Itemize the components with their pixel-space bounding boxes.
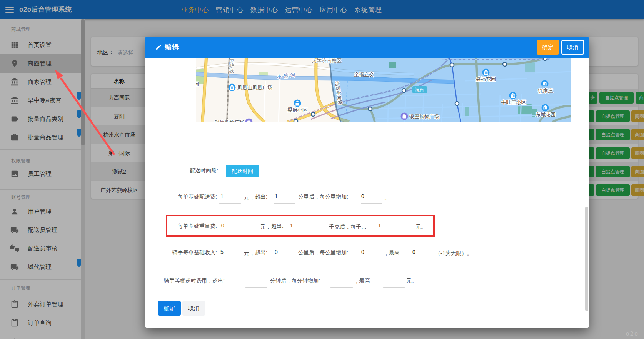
exceed-text: 超出:: [255, 248, 267, 257]
input-underline: [245, 287, 267, 288]
district-map[interactable]: 大学济南校区 小清河 京 沪 线 全福立交 北园高架路 祝甸 凤凰山凤凰广场: [196, 58, 571, 122]
per-minute-text: 分钟后，每分钟增加:: [270, 276, 320, 285]
unit-text: 元，: [244, 193, 255, 202]
map-label: 大学济南校区: [312, 58, 342, 63]
dialog-scrollbar-thumb[interactable]: [585, 207, 588, 311]
watermark: o2o: [626, 330, 639, 337]
per-km-text: 公里后，每公里增加:: [298, 248, 348, 257]
comma-text: ，: [384, 249, 389, 257]
map-rail-label: 京 沪 线: [229, 58, 235, 73]
unlimited-hint-text: （-1为无限）。: [435, 249, 472, 257]
edit-pencil-icon: [155, 44, 162, 50]
input-underline: [274, 203, 295, 204]
poi-label: 银座购物广场: [409, 114, 439, 119]
unit-period-text: 元。: [406, 276, 417, 285]
comma-text: ，: [354, 277, 359, 286]
edit-dialog: 编辑 确定 取消: [145, 37, 589, 328]
svg-text:京: 京: [230, 58, 235, 63]
map-label: 全福立交: [354, 72, 374, 77]
input-underline: [219, 203, 241, 204]
input-underline: [361, 203, 382, 204]
input-underline: [330, 287, 353, 288]
poi-label: 牛旺庄小区: [501, 99, 526, 105]
delivery-fee-input[interactable]: 1: [220, 192, 224, 200]
input-underline: [219, 260, 241, 260]
unit-text: 元，: [244, 249, 255, 257]
poi-label: 银座购物广场: [214, 119, 245, 122]
poi-building-icon[interactable]: [482, 69, 490, 76]
time-slot-label: 配送时间段:: [190, 166, 218, 175]
map-label: 园: [196, 81, 199, 87]
svg-text:线: 线: [229, 68, 234, 73]
dialog-header-cancel-button[interactable]: 取消: [561, 40, 584, 55]
poi-label: 东城花园: [536, 112, 556, 117]
input-underline: [411, 260, 433, 260]
delivery-exceed-input[interactable]: 1: [275, 192, 278, 200]
delivery-time-button[interactable]: 配送时间: [226, 165, 259, 177]
rider-exceed-input[interactable]: 0: [275, 248, 278, 256]
per-km-text: 公里后，每公里增加:: [298, 192, 348, 201]
dialog-header: 编辑 确定 取消: [145, 37, 589, 58]
max-text: 最高: [359, 276, 370, 285]
poi-label: 徐家庄: [538, 88, 553, 94]
poi-label: 梁府小区: [287, 107, 307, 113]
dialog-header-confirm-button[interactable]: 确定: [537, 40, 559, 55]
max-text: 最高: [389, 248, 400, 257]
rider-max-input[interactable]: 0: [412, 248, 415, 256]
exceed-text: 超出:: [255, 192, 267, 201]
period-text: 。: [384, 193, 390, 202]
input-underline: [383, 287, 405, 288]
input-underline: [274, 260, 295, 260]
poi-building-icon[interactable]: [509, 92, 517, 99]
delivery-increase-input[interactable]: 0: [361, 192, 364, 200]
poi-label: 盛福花园: [476, 76, 496, 82]
svg-text:沪: 沪: [230, 63, 234, 68]
rider-income-input[interactable]: 5: [220, 248, 224, 256]
poi-building-icon[interactable]: [542, 104, 549, 112]
dialog-title: 编辑: [165, 37, 179, 58]
annotation-highlight-rect: [166, 215, 435, 237]
rider-income-label: 骑手每单基础收入:: [172, 248, 217, 257]
input-underline: [361, 260, 382, 260]
poi-building-icon[interactable]: [229, 84, 236, 91]
svg-text:祝甸: 祝甸: [415, 87, 425, 93]
district-polygon[interactable]: [329, 58, 571, 122]
poi-building-icon[interactable]: [294, 100, 301, 107]
poi-shopping-icon[interactable]: [401, 113, 408, 120]
dialog-confirm-button[interactable]: 确定: [158, 301, 181, 316]
poi-label: 凤凰山凤凰广场: [237, 85, 272, 90]
poi-building-icon[interactable]: [541, 80, 549, 88]
rider-increase-input[interactable]: 0: [361, 248, 364, 256]
dialog-cancel-button[interactable]: 取消: [182, 301, 205, 316]
wait-fee-label: 骑手等餐超时费用，超出:: [164, 276, 225, 285]
delivery-fee-label: 每单基础配送费:: [178, 192, 217, 201]
map-road-badge: 祝甸: [412, 86, 427, 93]
